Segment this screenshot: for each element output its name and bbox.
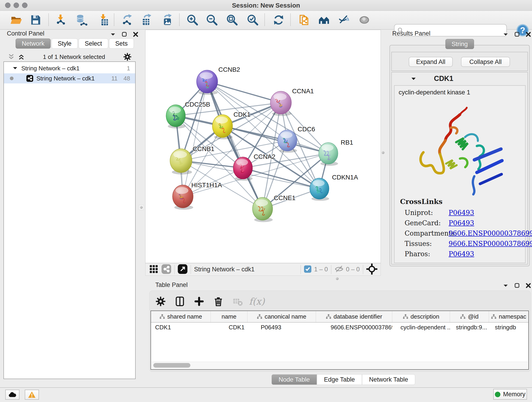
gear-icon[interactable] (123, 53, 132, 61)
node-CDK1[interactable] (212, 115, 233, 139)
crosslink-row: Compartments:9606.ENSP00000378699 (405, 228, 532, 239)
cell-description[interactable]: cyclin-dependent ... (392, 322, 450, 332)
edge-CCNB2-CCNE1[interactable] (207, 82, 263, 209)
network-share-icon[interactable] (162, 264, 171, 275)
network-view-canvas[interactable]: CCNB2CCNA1CDC25BCDK1CDC6RB1CCNB1CCNA2CDK… (145, 30, 381, 263)
network-collection-row[interactable]: String Network – cdk1 1 (4, 63, 135, 73)
import-network-icon[interactable] (52, 12, 69, 28)
column-header[interactable]: shared name (151, 311, 211, 322)
panel-close-icon[interactable] (526, 283, 531, 288)
zoom-fit-icon[interactable] (224, 12, 241, 28)
node-HIST1H1A[interactable] (172, 185, 193, 210)
column-header[interactable]: name (211, 311, 247, 322)
export-network-icon[interactable] (119, 12, 136, 28)
column-header[interactable]: @id (450, 311, 489, 322)
column-header[interactable]: canonical name (247, 311, 316, 322)
home-networks-icon[interactable] (316, 12, 332, 28)
save-session-icon[interactable] (27, 12, 44, 28)
scrollbar-thumb[interactable] (153, 363, 190, 368)
panel-menu-icon[interactable] (503, 284, 509, 287)
netbar-separator (363, 265, 363, 274)
tree-expander-icon[interactable] (13, 66, 18, 70)
entry-collapse-icon[interactable] (411, 77, 417, 81)
node-CDC25B[interactable] (166, 105, 186, 128)
crosslink-label: Compartments: (405, 228, 449, 239)
tab-edge-table[interactable]: Edge Table (317, 374, 362, 385)
warning-button[interactable] (25, 390, 39, 400)
crosslink-value-link[interactable]: 9606.ENSP00000378699 (449, 239, 532, 249)
tab-node-table[interactable]: Node Table (272, 374, 317, 385)
expand-all-chevron-icon[interactable] (18, 54, 25, 60)
delete-column-icon[interactable] (212, 295, 225, 308)
crosslink-value-link[interactable]: P06493 (449, 249, 474, 259)
add-column-icon[interactable] (193, 295, 206, 308)
export-table-icon[interactable] (138, 12, 155, 28)
tab-network-table[interactable]: Network Table (362, 374, 415, 385)
panel-close-icon[interactable] (133, 32, 138, 37)
node-CDKN1A[interactable] (310, 178, 329, 201)
tab-sets[interactable]: Sets (109, 38, 134, 49)
panel-close-icon[interactable] (526, 32, 531, 37)
horizontal-splitter-handle[interactable] (335, 276, 340, 281)
results-panel-title: Results Panel (392, 30, 431, 37)
show-columns-icon[interactable] (173, 295, 186, 308)
node-CCNE1[interactable] (253, 197, 273, 222)
cell-namespace[interactable]: stringdb (489, 322, 528, 332)
crosslink-value-link[interactable]: P06493 (449, 208, 474, 218)
panel-menu-icon[interactable] (110, 32, 116, 36)
column-header[interactable]: database identifier (316, 311, 392, 322)
zoom-in-icon[interactable] (184, 12, 201, 28)
hidden-counter: 0 – 0 (346, 266, 360, 273)
open-in-window-icon[interactable] (178, 264, 187, 275)
network-row-selected[interactable]: String Network – cdk1 11 48 (4, 73, 135, 83)
column-header[interactable]: description (392, 311, 450, 322)
panel-menu-icon[interactable] (503, 32, 509, 36)
left-splitter-handle[interactable] (139, 205, 144, 210)
memory-button[interactable]: Memory (493, 389, 527, 400)
cell-shared-name[interactable]: CDK1 (151, 322, 211, 332)
collapse-all-button[interactable]: Collapse All (461, 57, 510, 67)
grid-view-icon[interactable] (149, 264, 158, 274)
zoom-out-icon[interactable] (203, 12, 220, 28)
tab-string[interactable]: String (445, 39, 474, 49)
cell-database-identifier[interactable]: 9606.ENSP00000378699 (316, 322, 392, 332)
tab-style[interactable]: Style (51, 38, 78, 49)
clone-network-icon[interactable] (296, 12, 313, 28)
import-table-icon[interactable] (95, 12, 112, 28)
cloud-button[interactable] (5, 390, 19, 400)
hidden-eye-slash-icon[interactable] (335, 265, 344, 274)
node-CCNA1[interactable] (270, 91, 291, 116)
open-session-icon[interactable] (7, 12, 25, 28)
cell-canonical-name[interactable]: P06493 (247, 322, 316, 332)
collapse-all-chevron-icon[interactable] (8, 54, 15, 60)
node-CCNA2[interactable] (233, 157, 253, 181)
cell-name[interactable]: CDK1 (211, 322, 247, 332)
tab-network[interactable]: Network (16, 38, 51, 49)
import-database-icon[interactable] (73, 12, 90, 28)
panel-float-icon[interactable] (515, 32, 520, 37)
table-horizontal-scrollbar[interactable] (152, 362, 528, 369)
cell-id[interactable]: stringdb:9... (450, 322, 489, 332)
birdseye-crosshair-icon[interactable] (366, 264, 377, 275)
column-header[interactable]: namespac (489, 311, 528, 322)
selected-nodes-checkbox-icon[interactable] (304, 265, 311, 274)
crosslink-value-link[interactable]: P06493 (449, 218, 474, 228)
zoom-selected-icon[interactable] (244, 12, 261, 28)
right-splitter-handle[interactable] (381, 150, 385, 155)
node-CCNB2[interactable] (196, 70, 218, 95)
node-CCNB1[interactable] (170, 149, 192, 174)
node-CDC6[interactable] (278, 130, 297, 153)
export-image-icon[interactable] (158, 12, 176, 28)
expand-all-button[interactable]: Expand All (409, 57, 453, 67)
crosslink-value-link[interactable]: 9606.ENSP00000378699 (449, 228, 532, 239)
table-row[interactable]: CDK1 CDK1 P06493 9606.ENSP00000378699 cy… (151, 322, 528, 332)
panel-float-icon[interactable] (515, 283, 520, 288)
node-RB1[interactable] (319, 143, 338, 166)
table-gear-icon[interactable] (154, 295, 167, 308)
hide-panel-eye-icon[interactable] (336, 12, 352, 28)
results-entry-header[interactable]: CDK1 (392, 72, 527, 85)
refresh-icon[interactable] (270, 12, 287, 28)
edge-CCNB2-HIST1H1A[interactable] (183, 82, 207, 196)
tab-select[interactable]: Select (79, 38, 108, 49)
panel-float-icon[interactable] (122, 32, 127, 37)
